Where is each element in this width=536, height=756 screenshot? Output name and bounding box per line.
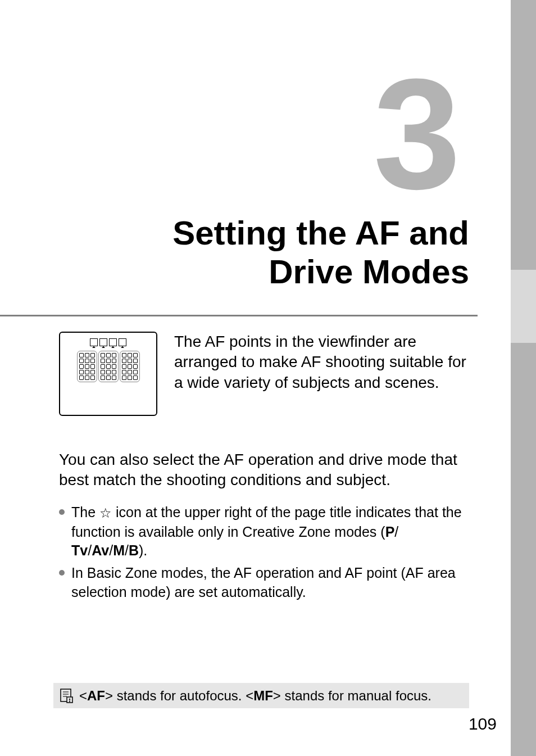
vf-mode-icon <box>119 338 126 346</box>
vf-af-point-grid <box>77 351 140 382</box>
af-label: AF <box>87 688 105 703</box>
mode-p-label: P <box>385 524 395 540</box>
vf-mode-icon <box>90 338 98 346</box>
svg-point-6 <box>69 698 70 699</box>
viewfinder-description: The AF points in the viewfinder are arra… <box>174 332 469 416</box>
note-box: <AF> stands for autofocus. <MF> stands f… <box>53 683 469 708</box>
chapter-title: Setting the AF and Drive Modes <box>53 214 469 291</box>
chapter-title-line2: Drive Modes <box>269 253 469 291</box>
note-text: <AF> stands for autofocus. <MF> stands f… <box>79 688 431 704</box>
svg-text:3: 3 <box>373 53 461 211</box>
mode-b-label: B <box>129 542 139 558</box>
viewfinder-row: The AF points in the viewfinder are arra… <box>59 332 469 416</box>
note-icon <box>59 688 74 704</box>
bullet-dot-icon <box>59 570 65 576</box>
sidebar-right <box>511 0 536 756</box>
bullet-list: The ☆ icon at the upper right of the pag… <box>59 503 469 605</box>
mode-tv-label: Tv <box>71 542 88 558</box>
chapter-title-line1: Setting the AF and <box>172 214 469 252</box>
vf-mode-icon <box>109 338 117 346</box>
mode-av-label: Av <box>92 542 109 558</box>
bullet-text: In Basic Zone modes, the AF operation an… <box>71 564 469 602</box>
star-icon: ☆ <box>99 504 112 522</box>
vf-mode-icon <box>99 338 107 346</box>
bullet-text: The ☆ icon at the upper right of the pag… <box>71 503 469 560</box>
bullet-dot-icon <box>59 509 65 515</box>
mode-m-label: M <box>113 542 125 558</box>
bullet-item: The ☆ icon at the upper right of the pag… <box>59 503 469 560</box>
vf-top-icons <box>90 338 126 346</box>
divider-line <box>0 315 478 316</box>
page-number: 109 <box>469 714 497 734</box>
viewfinder-diagram <box>59 332 157 416</box>
sidebar-tab <box>511 270 536 343</box>
body-paragraph: You can also select the AF operation and… <box>59 450 469 491</box>
mf-label: MF <box>253 688 273 703</box>
bullet-item: In Basic Zone modes, the AF operation an… <box>59 564 469 602</box>
chapter-number: 3 <box>281 53 466 213</box>
